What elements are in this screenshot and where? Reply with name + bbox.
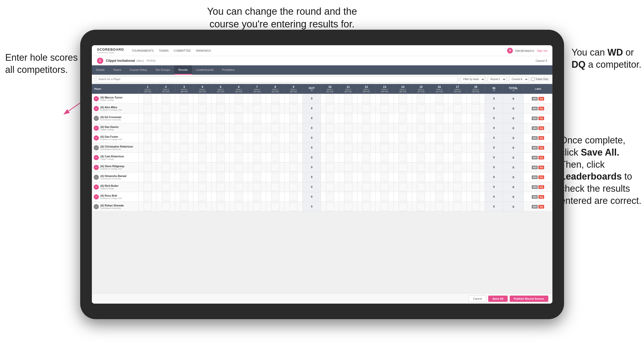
score-input-h18-p2[interactable] (472, 114, 480, 122)
score-h9-p11[interactable] (284, 202, 302, 212)
score-h17-p0[interactable] (448, 94, 467, 104)
score-h4-p11[interactable] (193, 202, 211, 212)
score-input-h2-p2[interactable] (162, 114, 170, 122)
tab-details[interactable]: Details (92, 65, 109, 75)
score-h15-p11[interactable] (412, 202, 430, 212)
score-input-h11-p9[interactable] (344, 183, 352, 191)
score-input-h9-p9[interactable] (289, 183, 298, 191)
score-input-h5-p3[interactable] (216, 124, 225, 132)
wd-button-p9[interactable]: WD (532, 185, 538, 189)
score-input-h10-p6[interactable] (326, 153, 334, 162)
dq-button-p11[interactable]: DQ (538, 205, 544, 209)
score-input-h5-p1[interactable] (216, 104, 225, 113)
score-h16-p3[interactable] (430, 123, 448, 133)
score-input-h14-p7[interactable] (399, 163, 407, 172)
score-h4-p1[interactable] (193, 104, 211, 113)
score-h1-p11[interactable] (139, 202, 157, 212)
totals-only-checkbox[interactable] (531, 78, 535, 81)
score-h11-p0[interactable] (339, 94, 357, 104)
score-input-h1-p10[interactable] (144, 193, 152, 201)
score-input-h15-p10[interactable] (417, 193, 425, 201)
score-h13-p4[interactable] (375, 133, 394, 143)
score-h11-p4[interactable] (339, 133, 357, 143)
score-input-h7-p1[interactable] (253, 104, 261, 113)
score-input-h18-p3[interactable] (472, 124, 480, 132)
score-h7-p0[interactable] (248, 94, 266, 104)
score-input-h6-p5[interactable] (235, 144, 243, 152)
score-input-h10-p7[interactable] (326, 163, 334, 172)
score-h7-p4[interactable] (248, 133, 266, 143)
score-h18-p1[interactable] (467, 104, 485, 113)
score-h3-p8[interactable] (175, 172, 193, 182)
score-h6-p0[interactable] (230, 94, 248, 104)
score-input-h1-p3[interactable] (144, 124, 152, 132)
score-input-h17-p10[interactable] (453, 193, 462, 201)
score-h6-p4[interactable] (230, 133, 248, 143)
score-input-h10-p11[interactable] (326, 203, 334, 211)
score-h16-p1[interactable] (430, 104, 448, 113)
score-h4-p9[interactable] (193, 182, 211, 192)
score-input-h14-p2[interactable] (399, 114, 407, 122)
score-h18-p11[interactable] (467, 202, 485, 212)
score-input-h15-p8[interactable] (417, 173, 425, 181)
wd-button-p1[interactable]: WD (532, 107, 538, 110)
score-input-h11-p3[interactable] (344, 124, 352, 132)
score-input-h17-p4[interactable] (453, 134, 462, 142)
score-h18-p8[interactable] (467, 172, 485, 182)
score-h12-p9[interactable] (357, 182, 375, 192)
score-input-h6-p1[interactable] (235, 104, 243, 113)
score-h12-p11[interactable] (357, 202, 375, 212)
score-h1-p9[interactable] (139, 182, 157, 192)
score-h3-p2[interactable] (175, 113, 193, 123)
score-input-h14-p1[interactable] (399, 104, 407, 113)
score-h5-p5[interactable] (211, 143, 230, 153)
score-input-h6-p6[interactable] (235, 153, 243, 162)
score-input-h5-p8[interactable] (216, 173, 225, 181)
score-h10-p2[interactable] (321, 113, 339, 123)
score-input-h13-p10[interactable] (380, 193, 389, 201)
score-h15-p10[interactable] (412, 192, 430, 202)
score-input-h1-p7[interactable] (144, 163, 152, 172)
score-input-h6-p8[interactable] (235, 173, 243, 181)
score-h13-p2[interactable] (375, 113, 394, 123)
score-input-h11-p11[interactable] (344, 203, 352, 211)
score-input-h5-p0[interactable] (216, 95, 225, 103)
score-input-h11-p1[interactable] (344, 104, 352, 113)
score-input-h10-p10[interactable] (326, 193, 334, 201)
score-h2-p1[interactable] (157, 104, 175, 113)
score-input-h12-p4[interactable] (362, 134, 371, 142)
score-h10-p4[interactable] (321, 133, 339, 143)
score-input-h15-p2[interactable] (417, 114, 425, 122)
score-input-h14-p3[interactable] (399, 124, 407, 132)
score-h1-p4[interactable] (139, 133, 157, 143)
score-input-h16-p5[interactable] (435, 144, 443, 152)
score-input-h12-p5[interactable] (362, 144, 371, 152)
score-input-h6-p11[interactable] (235, 203, 243, 211)
score-h16-p2[interactable] (430, 113, 448, 123)
score-h16-p4[interactable] (430, 133, 448, 143)
score-input-h3-p11[interactable] (180, 203, 188, 211)
publish-button[interactable]: Publish Round Scores (510, 296, 548, 302)
score-h17-p6[interactable] (448, 153, 467, 163)
score-input-h2-p11[interactable] (162, 203, 170, 211)
score-h3-p11[interactable] (175, 202, 193, 212)
score-h13-p9[interactable] (375, 182, 394, 192)
score-input-h12-p8[interactable] (362, 173, 371, 181)
score-h2-p8[interactable] (157, 172, 175, 182)
score-h5-p9[interactable] (211, 182, 230, 192)
cancel-tournament-button[interactable]: Cancel X (536, 59, 547, 62)
tab-results[interactable]: Results (174, 65, 192, 75)
score-input-h12-p9[interactable] (362, 183, 371, 191)
score-h13-p11[interactable] (375, 202, 394, 212)
score-h1-p3[interactable] (139, 123, 157, 133)
score-input-h10-p5[interactable] (326, 144, 334, 152)
score-input-h1-p11[interactable] (144, 203, 152, 211)
score-h12-p5[interactable] (357, 143, 375, 153)
score-h12-p7[interactable] (357, 163, 375, 172)
score-h15-p8[interactable] (412, 172, 430, 182)
score-h16-p10[interactable] (430, 192, 448, 202)
score-input-h15-p5[interactable] (417, 144, 425, 152)
wd-button-p10[interactable]: WD (532, 195, 538, 199)
score-input-h13-p6[interactable] (380, 153, 389, 162)
score-h18-p9[interactable] (467, 182, 485, 192)
